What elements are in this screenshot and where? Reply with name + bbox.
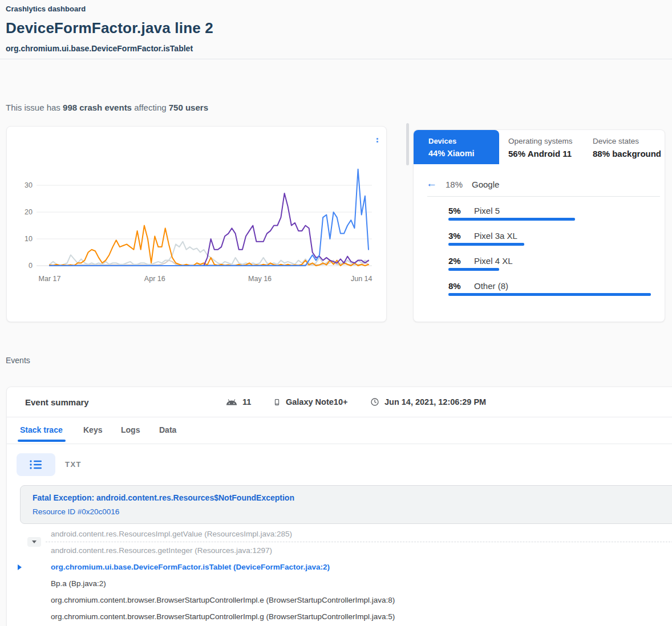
device-share-bar bbox=[448, 268, 499, 271]
device-row: 2%Pixel 4 XL bbox=[448, 256, 651, 273]
crash-events-count: 998 crash events bbox=[63, 103, 132, 112]
phone-icon bbox=[273, 397, 281, 408]
back-arrow-icon[interactable]: ← bbox=[426, 178, 437, 189]
event-summary-card: Event summary 11 Galaxy Note10+ Jun 14, … bbox=[6, 387, 672, 626]
device-share-bar bbox=[448, 218, 575, 221]
stack-frame-text: android.content.res.Resources.getInteger… bbox=[51, 546, 272, 555]
issue-stats: This issue has 998 crash events affectin… bbox=[6, 103, 208, 112]
svg-text:0: 0 bbox=[29, 262, 33, 270]
txt-view-toggle[interactable]: TXT bbox=[65, 460, 82, 469]
crashlytics-issue-page: Crashlytics dashboard DeviceFormFactor.j… bbox=[0, 0, 672, 626]
page-title: DeviceFormFactor.java line 2 bbox=[6, 19, 213, 37]
tab-logs[interactable]: Logs bbox=[121, 425, 140, 434]
device-model: Galaxy Note10+ bbox=[286, 397, 347, 407]
svg-text:Mar 17: Mar 17 bbox=[39, 275, 61, 283]
tab-devices-label: Devices bbox=[428, 137, 456, 145]
stack-frame-text: org.chromium.content.browser.BrowserStar… bbox=[51, 596, 395, 604]
device-name: Pixel 3a XL bbox=[474, 231, 517, 241]
event-header-divider bbox=[7, 417, 672, 417]
event-meta-android: 11 bbox=[226, 396, 251, 408]
current-frame-arrow-icon bbox=[18, 564, 22, 570]
svg-text:30: 30 bbox=[25, 181, 33, 189]
active-tab-indicator bbox=[18, 440, 66, 442]
stack-frame-text: org.chromium.ui.base.DeviceFormFactor.is… bbox=[51, 563, 330, 571]
event-timestamp: Jun 14, 2021, 12:06:29 PM bbox=[384, 397, 486, 407]
stack-frame-row: android.content.res.ResourcesImpl.getVal… bbox=[7, 526, 672, 542]
crash-trend-chart: 0102030Mar 17Apr 16May 16Jun 14 bbox=[7, 127, 387, 323]
list-view-icon bbox=[30, 460, 42, 470]
issue-stats-middle: affecting bbox=[132, 103, 169, 112]
tab-data[interactable]: Data bbox=[159, 425, 176, 434]
breadcrumb[interactable]: Crashlytics dashboard bbox=[6, 5, 86, 13]
chart-menu-dots[interactable] bbox=[377, 138, 378, 143]
issue-subtitle: org.chromium.ui.base.DeviceFormFactor.is… bbox=[6, 44, 193, 53]
issue-stats-prefix: This issue has bbox=[6, 103, 63, 112]
device-name: Pixel 4 XL bbox=[474, 256, 513, 266]
tab-keys[interactable]: Keys bbox=[83, 425, 102, 434]
breakdown-panel: Devices 44% Xiaomi Operating systems 56%… bbox=[413, 129, 665, 322]
svg-text:10: 10 bbox=[25, 235, 33, 243]
svg-text:Apr 16: Apr 16 bbox=[144, 275, 165, 283]
device-percent: 8% bbox=[448, 281, 461, 291]
tab-devices-value: 44% Xiaomi bbox=[428, 149, 475, 158]
stack-frames-list: android.content.res.ResourcesImpl.getVal… bbox=[7, 526, 672, 625]
header-divider bbox=[0, 59, 672, 59]
clock-icon bbox=[370, 397, 379, 407]
events-section-label: Events bbox=[6, 356, 30, 365]
formatted-view-toggle-button[interactable] bbox=[17, 453, 55, 476]
tab-os-label: Operating systems bbox=[508, 137, 573, 145]
device-percent: 5% bbox=[448, 206, 461, 216]
device-row: 8%Other (8) bbox=[448, 281, 651, 298]
stack-frame-text: Bp.a (Bp.java:2) bbox=[51, 579, 106, 588]
stack-frame-text: android.content.res.ResourcesImpl.getVal… bbox=[51, 530, 292, 538]
device-row: 5%Pixel 5 bbox=[448, 206, 651, 223]
device-row: 3%Pixel 3a XL bbox=[448, 231, 651, 248]
event-meta-device: Galaxy Note10+ bbox=[273, 396, 347, 408]
device-breakdown-list: 5%Pixel 53%Pixel 3a XL2%Pixel 4 XL8%Othe… bbox=[448, 198, 651, 306]
device-name: Pixel 5 bbox=[474, 206, 500, 216]
event-summary-title: Event summary bbox=[25, 397, 89, 407]
svg-text:Jun 14: Jun 14 bbox=[351, 275, 373, 283]
stack-frame-row-highlighted[interactable]: org.chromium.ui.base.DeviceFormFactor.is… bbox=[7, 559, 672, 575]
panel-divider bbox=[427, 196, 660, 197]
panel-scrollbar[interactable] bbox=[406, 123, 409, 165]
drilldown-vendor-name: Google bbox=[472, 180, 499, 189]
tab-devices[interactable]: Devices 44% Xiaomi bbox=[414, 130, 499, 164]
svg-text:20: 20 bbox=[25, 208, 33, 216]
tab-device-states-value: 88% background bbox=[593, 149, 661, 158]
device-share-bar bbox=[448, 293, 651, 296]
users-count: 750 users bbox=[169, 103, 208, 112]
stack-frame-row: android.content.res.Resources.getInteger… bbox=[7, 542, 672, 559]
drilldown-percent: 18% bbox=[446, 180, 463, 189]
stack-frame-row: Bp.a (Bp.java:2) bbox=[7, 575, 672, 592]
device-name: Other (8) bbox=[474, 281, 508, 291]
android-version: 11 bbox=[242, 397, 251, 407]
tab-device-states-label: Device states bbox=[593, 137, 639, 145]
svg-text:May 16: May 16 bbox=[248, 275, 272, 283]
tabs-divider bbox=[7, 444, 672, 444]
crash-trend-card: 0102030Mar 17Apr 16May 16Jun 14 bbox=[6, 126, 387, 322]
exception-resource-id: Resource ID #0x20c0016 bbox=[33, 507, 119, 516]
event-meta-timestamp: Jun 14, 2021, 12:06:29 PM bbox=[370, 396, 486, 408]
device-percent: 3% bbox=[448, 231, 461, 241]
exception-title: Fatal Exception: android.content.res.Res… bbox=[33, 493, 294, 502]
device-percent: 2% bbox=[448, 256, 461, 266]
stack-frame-row: org.chromium.content.browser.BrowserStar… bbox=[7, 592, 672, 608]
tab-stack-trace[interactable]: Stack trace bbox=[20, 425, 63, 434]
tab-os-value: 56% Android 11 bbox=[508, 149, 572, 158]
device-share-bar bbox=[448, 243, 524, 246]
stack-frame-row: org.chromium.content.browser.BrowserStar… bbox=[7, 608, 672, 625]
exception-header-block: Fatal Exception: android.content.res.Res… bbox=[20, 485, 672, 524]
stack-frame-text: org.chromium.content.browser.BrowserStar… bbox=[51, 612, 395, 621]
android-icon bbox=[226, 399, 237, 405]
